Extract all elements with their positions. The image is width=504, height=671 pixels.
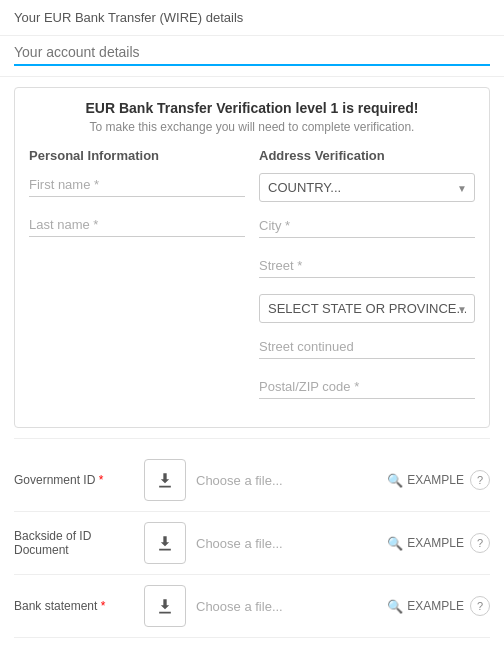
- upload-row-bank-statement: Bank statement * Choose a file... 🔍 EXAM…: [14, 575, 490, 638]
- bank-statement-label: Bank statement *: [14, 599, 144, 613]
- search-icon-3: 🔍: [387, 599, 403, 614]
- upload-row-government-id: Government ID * Choose a file... 🔍 EXAMP…: [14, 449, 490, 512]
- government-id-required-star: *: [99, 473, 104, 487]
- postal-field: [259, 375, 475, 399]
- first-name-field: [29, 173, 245, 197]
- top-bar: Your EUR Bank Transfer (WIRE) details: [0, 0, 504, 36]
- top-bar-label: Your EUR Bank Transfer (WIRE) details: [14, 10, 243, 25]
- upload-row-backside-id: Backside of ID Document Choose a file...…: [14, 512, 490, 575]
- account-input[interactable]: [14, 40, 490, 66]
- backside-id-choose-text: Choose a file...: [196, 536, 387, 551]
- upload-icon-3: [155, 596, 175, 616]
- last-name-input[interactable]: [29, 213, 245, 237]
- personal-info-col: Personal Information: [29, 148, 245, 415]
- bank-statement-example-btn[interactable]: 🔍 EXAMPLE: [387, 599, 464, 614]
- personal-info-label: Personal Information: [29, 148, 245, 163]
- state-select-wrapper: SELECT STATE OR PROVINCE...: [259, 294, 475, 323]
- bank-statement-help-btn[interactable]: ?: [470, 596, 490, 616]
- bank-statement-choose-text: Choose a file...: [196, 599, 387, 614]
- upload-icon: [155, 470, 175, 490]
- search-icon: 🔍: [387, 473, 403, 488]
- government-id-example-label: EXAMPLE: [407, 473, 464, 487]
- government-id-label: Government ID *: [14, 473, 144, 487]
- backside-id-example-label: EXAMPLE: [407, 536, 464, 550]
- city-input[interactable]: [259, 214, 475, 238]
- state-select[interactable]: SELECT STATE OR PROVINCE...: [259, 294, 475, 323]
- backside-id-label: Backside of ID Document: [14, 529, 144, 557]
- address-label: Address Verification: [259, 148, 475, 163]
- first-name-input[interactable]: [29, 173, 245, 197]
- verification-title: EUR Bank Transfer Verification level 1 i…: [29, 100, 475, 116]
- account-input-wrapper: [0, 36, 504, 77]
- bank-statement-example-label: EXAMPLE: [407, 599, 464, 613]
- street-continued-field: [259, 335, 475, 359]
- government-id-example-btn[interactable]: 🔍 EXAMPLE: [387, 473, 464, 488]
- backside-id-help-btn[interactable]: ?: [470, 533, 490, 553]
- upload-icon-2: [155, 533, 175, 553]
- street-continued-input[interactable]: [259, 335, 475, 359]
- bank-statement-upload-btn[interactable]: [144, 585, 186, 627]
- last-name-field: [29, 213, 245, 237]
- street-input[interactable]: [259, 254, 475, 278]
- backside-id-example-btn[interactable]: 🔍 EXAMPLE: [387, 536, 464, 551]
- address-verification-col: Address Verification COUNTRY... SELECT S…: [259, 148, 475, 415]
- upload-section: Government ID * Choose a file... 🔍 EXAMP…: [14, 438, 490, 638]
- city-field: [259, 214, 475, 238]
- government-id-help-btn[interactable]: ?: [470, 470, 490, 490]
- country-select-wrapper: COUNTRY...: [259, 173, 475, 202]
- verification-box: EUR Bank Transfer Verification level 1 i…: [14, 87, 490, 428]
- form-columns: Personal Information Address Verificatio…: [29, 148, 475, 415]
- bank-statement-required-star: *: [101, 599, 106, 613]
- backside-id-upload-btn[interactable]: [144, 522, 186, 564]
- verification-subtitle: To make this exchange you will need to c…: [29, 120, 475, 134]
- country-select[interactable]: COUNTRY...: [259, 173, 475, 202]
- government-id-choose-text: Choose a file...: [196, 473, 387, 488]
- search-icon-2: 🔍: [387, 536, 403, 551]
- government-id-upload-btn[interactable]: [144, 459, 186, 501]
- street-field: [259, 254, 475, 278]
- postal-input[interactable]: [259, 375, 475, 399]
